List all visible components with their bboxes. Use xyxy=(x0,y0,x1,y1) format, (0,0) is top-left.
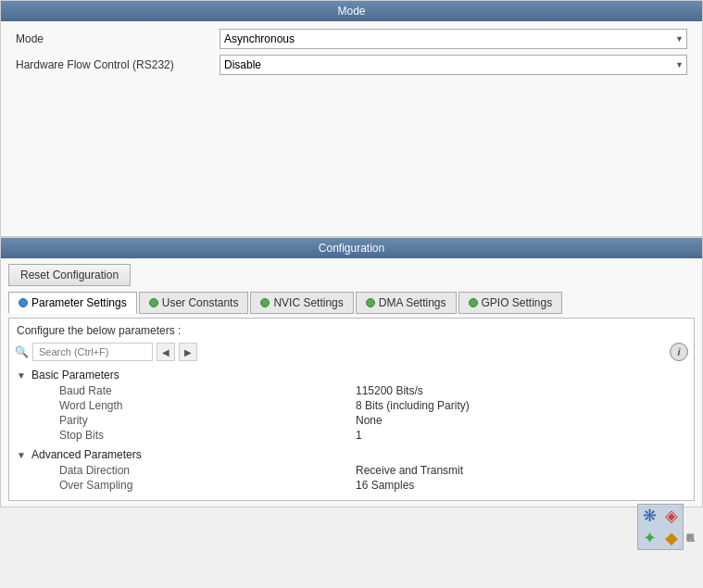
logo-grid: ❋ ◈ ✦ ◆ xyxy=(637,504,684,550)
mode-label: Mode xyxy=(16,32,220,45)
param-row-stop-bits: Stop Bits 1 xyxy=(13,428,690,443)
param-value-over-sampling: 16 Samples xyxy=(356,479,414,492)
mode-spacer xyxy=(16,81,687,229)
tab-label-parameter-settings: Parameter Settings xyxy=(31,296,127,309)
bottom-area: ❋ ◈ ✦ ◆ 面包板社区 xyxy=(0,507,703,554)
tab-label-nvic-settings: NVIC Settings xyxy=(273,296,343,309)
hardware-flow-select[interactable]: Disable CTS Only RTS Only CTS/RTS xyxy=(220,55,687,75)
mode-header: Mode xyxy=(1,1,702,21)
hardware-flow-select-wrapper[interactable]: Disable CTS Only RTS Only CTS/RTS xyxy=(220,55,687,75)
param-value-word-length: 8 Bits (including Parity) xyxy=(356,399,470,412)
logo-cell-2: ◈ xyxy=(660,505,683,527)
logo-cell-1: ❋ xyxy=(638,505,660,527)
param-name-baud-rate: Baud Rate xyxy=(59,384,356,397)
tab-parameter-settings[interactable]: Parameter Settings xyxy=(8,292,137,314)
params-area: Configure the below parameters : 🔍 ◀ ▶ i… xyxy=(8,318,695,501)
config-section: Configuration Reset Configuration Parame… xyxy=(0,237,703,507)
hardware-flow-label: Hardware Flow Control (RS232) xyxy=(16,58,220,71)
param-name-word-length: Word Length xyxy=(59,399,356,412)
mode-row: Mode Asynchronous Synchronous xyxy=(16,29,687,49)
param-row-data-direction: Data Direction Receive and Transmit xyxy=(13,463,690,478)
nav-prev-button[interactable]: ◀ xyxy=(157,343,175,361)
reset-config-button[interactable]: Reset Configuration xyxy=(8,264,131,286)
param-value-parity: None xyxy=(356,414,383,427)
mode-select[interactable]: Asynchronous Synchronous xyxy=(220,29,687,49)
advanced-params-collapse-icon: ▼ xyxy=(17,450,28,460)
param-tree: ▼ Basic Parameters Baud Rate 115200 Bits… xyxy=(13,367,690,493)
param-row-baud-rate: Baud Rate 115200 Bits/s xyxy=(13,383,690,398)
basic-params-collapse-icon: ▼ xyxy=(17,370,28,381)
basic-params-group: ▼ Basic Parameters Baud Rate 115200 Bits… xyxy=(13,367,690,443)
basic-params-label: Basic Parameters xyxy=(31,369,119,382)
advanced-params-header[interactable]: ▼ Advanced Parameters xyxy=(13,446,690,463)
param-name-data-direction: Data Direction xyxy=(59,464,356,477)
tab-dot-gpio-settings xyxy=(469,298,478,307)
info-button[interactable]: i xyxy=(670,343,688,361)
main-container: Mode Mode Asynchronous Synchronous Hardw… xyxy=(0,0,703,554)
param-name-over-sampling: Over Sampling xyxy=(59,479,356,492)
advanced-params-label: Advanced Parameters xyxy=(31,448,142,461)
param-name-parity: Parity xyxy=(59,414,356,427)
mode-select-wrapper[interactable]: Asynchronous Synchronous xyxy=(220,29,687,49)
tab-dot-nvic-settings xyxy=(260,298,270,307)
configure-label: Configure the below parameters : xyxy=(13,322,690,339)
basic-params-header[interactable]: ▼ Basic Parameters xyxy=(13,367,690,383)
mode-section: Mode Mode Asynchronous Synchronous Hardw… xyxy=(0,0,703,237)
param-row-over-sampling: Over Sampling 16 Samples xyxy=(13,478,690,493)
tab-gpio-settings[interactable]: GPIO Settings xyxy=(458,292,563,314)
param-value-data-direction: Receive and Transmit xyxy=(356,464,463,477)
tab-dma-settings[interactable]: DMA Settings xyxy=(356,292,457,314)
search-bar: 🔍 ◀ ▶ i xyxy=(13,343,690,361)
tab-label-gpio-settings: GPIO Settings xyxy=(482,296,553,309)
config-content: Reset Configuration Parameter Settings U… xyxy=(1,258,702,507)
param-value-baud-rate: 115200 Bits/s xyxy=(356,384,423,397)
watermark-area: ❋ ◈ ✦ ◆ 面包板社区 xyxy=(637,504,696,550)
tab-dot-user-constants xyxy=(149,298,158,307)
nav-next-button[interactable]: ▶ xyxy=(179,343,197,361)
param-row-word-length: Word Length 8 Bits (including Parity) xyxy=(13,398,690,413)
logo-cell-3: ✦ xyxy=(638,527,660,549)
search-input[interactable] xyxy=(32,343,153,361)
tab-label-user-constants: User Constants xyxy=(162,296,239,309)
param-row-parity: Parity None xyxy=(13,413,690,428)
tab-user-constants[interactable]: User Constants xyxy=(139,292,249,314)
tab-label-dma-settings: DMA Settings xyxy=(379,296,446,309)
advanced-params-group: ▼ Advanced Parameters Data Direction Rec… xyxy=(13,446,690,493)
param-name-stop-bits: Stop Bits xyxy=(59,429,356,442)
search-icon: 🔍 xyxy=(15,345,29,358)
config-header: Configuration xyxy=(1,238,702,258)
logo-cell-4: ◆ xyxy=(660,527,683,549)
tab-dot-dma-settings xyxy=(366,298,375,307)
hardware-flow-row: Hardware Flow Control (RS232) Disable CT… xyxy=(16,55,687,75)
param-value-stop-bits: 1 xyxy=(356,429,362,442)
tab-dot-parameter-settings xyxy=(19,298,28,307)
tab-nvic-settings[interactable]: NVIC Settings xyxy=(250,292,353,314)
mode-content: Mode Asynchronous Synchronous Hardware F… xyxy=(1,21,702,236)
tabs-bar: Parameter Settings User Constants NVIC S… xyxy=(8,292,695,314)
